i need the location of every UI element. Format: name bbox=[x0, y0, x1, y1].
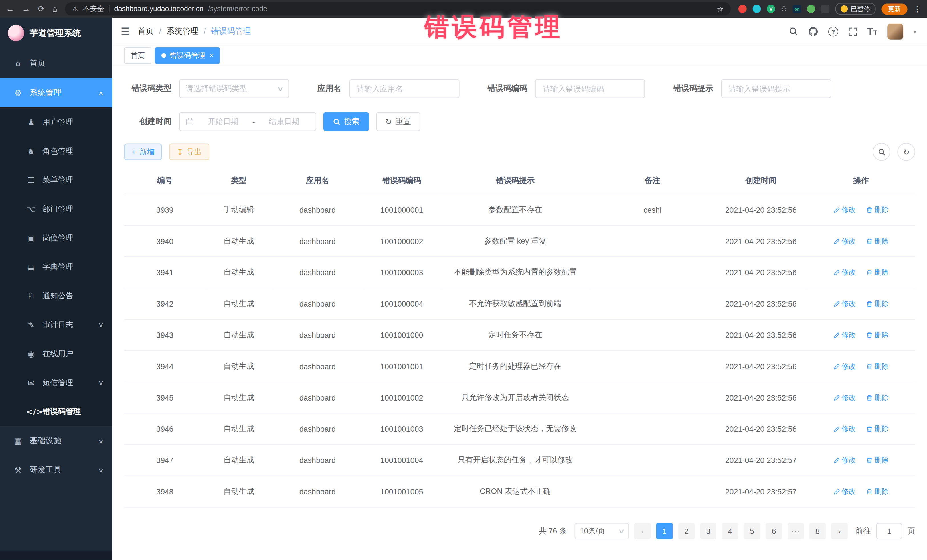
update-button[interactable]: 更新 bbox=[881, 3, 907, 14]
delete-link[interactable]: 删除 bbox=[866, 393, 889, 403]
edit-link[interactable]: 修改 bbox=[833, 205, 856, 215]
page-button-1[interactable]: 1 bbox=[656, 523, 673, 539]
font-size-icon[interactable] bbox=[868, 27, 877, 35]
edit-link[interactable]: 修改 bbox=[833, 393, 856, 403]
page-button-8[interactable]: 8 bbox=[810, 523, 826, 539]
sidebar-item-menus[interactable]: ☰ 菜单管理 bbox=[0, 165, 112, 194]
sidebar-item-infrastructure[interactable]: ▦ 基础设施 ∨ bbox=[0, 426, 112, 456]
toggle-search-icon[interactable] bbox=[872, 143, 890, 161]
url-path[interactable]: /system/error-code bbox=[208, 5, 267, 13]
extension-teal-icon[interactable] bbox=[753, 5, 761, 13]
app-name-input[interactable] bbox=[349, 79, 459, 98]
warning-icon: ⚠ bbox=[72, 5, 78, 13]
sidebar-item-system[interactable]: ⚙ 系统管理 ∧ bbox=[0, 78, 112, 108]
edit-link[interactable]: 修改 bbox=[833, 330, 856, 340]
delete-link[interactable]: 删除 bbox=[866, 267, 889, 277]
page-ellipsis[interactable]: ··· bbox=[787, 523, 804, 539]
delete-link[interactable]: 删除 bbox=[866, 236, 889, 246]
page-button-3[interactable]: 3 bbox=[700, 523, 716, 539]
column-header[interactable]: 操作 bbox=[807, 168, 915, 194]
user-avatar[interactable] bbox=[887, 23, 903, 39]
sidebar-item-sms[interactable]: ✉ 短信管理 ∨ bbox=[0, 368, 112, 397]
vue-devtools-icon[interactable]: V bbox=[767, 5, 775, 13]
sidebar-item-error-code[interactable]: </> 错误码管理 bbox=[0, 397, 112, 426]
next-page-button[interactable]: › bbox=[831, 523, 848, 539]
error-hint-input[interactable] bbox=[721, 79, 831, 98]
caret-down-icon[interactable]: ▾ bbox=[913, 28, 916, 35]
back-icon[interactable]: ← bbox=[6, 0, 14, 18]
browser-menu-icon[interactable]: ⋮ bbox=[913, 5, 921, 14]
edit-link[interactable]: 修改 bbox=[833, 486, 856, 496]
delete-link[interactable]: 删除 bbox=[866, 486, 889, 496]
export-button[interactable]: ↧ 导出 bbox=[169, 143, 209, 160]
sidebar-item-dev-tools[interactable]: ⚒ 研发工具 ∨ bbox=[0, 455, 112, 485]
search-button[interactable]: 搜索 bbox=[324, 112, 369, 131]
github-icon[interactable] bbox=[808, 26, 818, 36]
paused-chip[interactable]: 已暂停 bbox=[836, 3, 876, 15]
tampermonkey-icon[interactable] bbox=[821, 5, 830, 13]
edit-link[interactable]: 修改 bbox=[833, 267, 856, 277]
sidebar-item-positions[interactable]: ▣ 岗位管理 bbox=[0, 223, 112, 252]
sidebar-item-users[interactable]: ♟ 用户管理 bbox=[0, 108, 112, 137]
error-code-input[interactable] bbox=[535, 79, 645, 98]
sidebar-collapse-bar[interactable] bbox=[0, 551, 112, 560]
sidebar-item-roles[interactable]: ♞ 角色管理 bbox=[0, 137, 112, 165]
fullscreen-icon[interactable] bbox=[848, 27, 857, 36]
sidebar-item-dictionaries[interactable]: ▤ 字典管理 bbox=[0, 252, 112, 281]
sidebar-item-online-users[interactable]: ◉ 在线用户 bbox=[0, 339, 112, 368]
bookmark-star-icon[interactable]: ☆ bbox=[717, 5, 723, 14]
edit-link[interactable]: 修改 bbox=[833, 236, 856, 246]
delete-link[interactable]: 删除 bbox=[866, 299, 889, 308]
url-host[interactable]: dashboard.yudao.iocoder.cn bbox=[114, 5, 204, 13]
delete-link[interactable]: 删除 bbox=[866, 205, 889, 215]
sidebar-item-departments[interactable]: ⌥ 部门管理 bbox=[0, 194, 112, 223]
help-icon[interactable]: ? bbox=[828, 26, 838, 36]
page-button-2[interactable]: 2 bbox=[678, 523, 694, 539]
tag-error-code[interactable]: 错误码管理 × bbox=[155, 47, 220, 64]
delete-link[interactable]: 删除 bbox=[866, 424, 889, 434]
column-header[interactable]: 错误码编码 bbox=[363, 168, 441, 194]
edit-link[interactable]: 修改 bbox=[833, 361, 856, 371]
page-button-4[interactable]: 4 bbox=[722, 523, 739, 539]
create-time-range-picker[interactable]: 开始日期 - 结束日期 bbox=[179, 112, 316, 131]
delete-link[interactable]: 删除 bbox=[866, 361, 889, 371]
table-refresh-icon[interactable]: ↻ bbox=[897, 143, 915, 161]
edit-link[interactable]: 修改 bbox=[833, 299, 856, 308]
home-icon[interactable]: ⌂ bbox=[53, 0, 58, 18]
prev-page-button[interactable]: ‹ bbox=[634, 523, 651, 539]
tag-close-icon[interactable]: × bbox=[209, 52, 214, 59]
page-size-select[interactable]: 10条/页 ∨ bbox=[575, 523, 629, 539]
edit-link[interactable]: 修改 bbox=[833, 424, 856, 434]
extension-red-icon[interactable] bbox=[739, 5, 747, 13]
column-header[interactable]: 应用名 bbox=[272, 168, 363, 194]
security-label[interactable]: 不安全 bbox=[83, 4, 104, 14]
delete-link[interactable]: 删除 bbox=[866, 330, 889, 340]
reload-icon[interactable]: ⟳ bbox=[38, 0, 45, 18]
reset-button[interactable]: ↻ 重置 bbox=[376, 112, 420, 131]
on-badge-icon[interactable]: on bbox=[793, 5, 801, 13]
edit-link[interactable]: 修改 bbox=[833, 455, 856, 465]
breadcrumb-item-system[interactable]: 系统管理 bbox=[167, 26, 199, 36]
goto-page-input[interactable] bbox=[876, 523, 902, 539]
sidebar-toggle-icon[interactable]: ☰ bbox=[121, 25, 130, 38]
delete-link[interactable]: 删除 bbox=[866, 455, 889, 465]
search-icon[interactable] bbox=[789, 27, 798, 36]
page-button-5[interactable]: 5 bbox=[744, 523, 760, 539]
column-header[interactable]: 编号 bbox=[124, 168, 206, 194]
sidebar-item-audit-log[interactable]: ✎ 审计日志 ∨ bbox=[0, 310, 112, 339]
tag-home[interactable]: 首页 bbox=[124, 47, 151, 64]
column-header[interactable]: 备注 bbox=[590, 168, 715, 194]
error-type-select[interactable]: 请选择错误码类型 ∨ bbox=[179, 79, 289, 98]
sidebar-item-notices[interactable]: ⚐ 通知公告 bbox=[0, 281, 112, 310]
extension-green-icon[interactable] bbox=[807, 5, 815, 13]
column-header[interactable]: 类型 bbox=[206, 168, 272, 194]
add-button[interactable]: + 新增 bbox=[124, 143, 162, 160]
sidebar-item-home[interactable]: ⌂ 首页 bbox=[0, 49, 112, 78]
page-button-6[interactable]: 6 bbox=[766, 523, 782, 539]
breadcrumb-item-home[interactable]: 首页 bbox=[138, 26, 154, 36]
column-header[interactable]: 错误码提示 bbox=[441, 168, 590, 194]
forward-icon[interactable]: → bbox=[22, 0, 30, 18]
people-icon[interactable]: ⚇ bbox=[781, 0, 787, 18]
column-header[interactable]: 创建时间 bbox=[715, 168, 807, 194]
address-bar[interactable]: ⚠ 不安全 dashboard.yudao.iocoder.cn/system/… bbox=[65, 2, 731, 15]
